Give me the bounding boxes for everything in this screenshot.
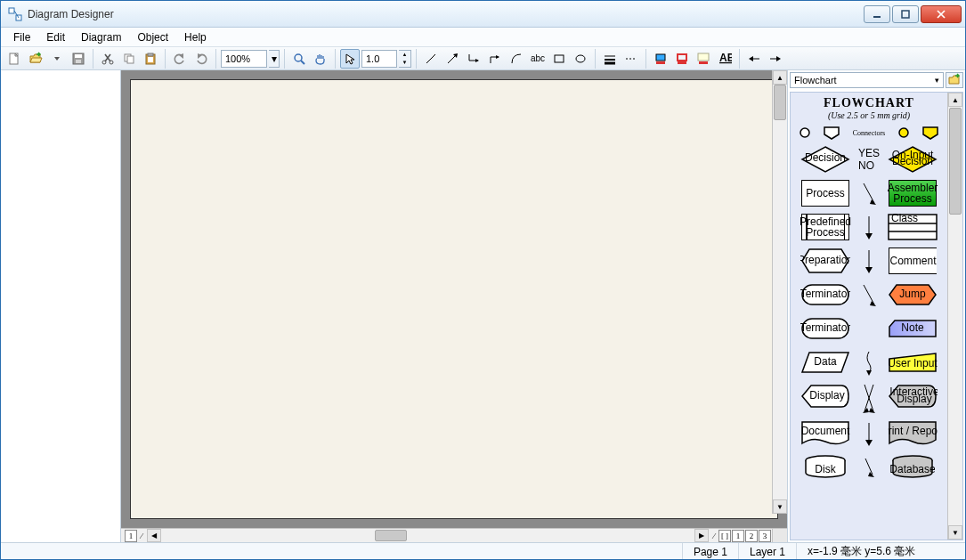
page-tab-back[interactable]: ⁄ (710, 530, 718, 542)
horizontal-scrollbar[interactable]: ◀▶ (147, 529, 709, 542)
redo-button[interactable] (191, 49, 211, 69)
zoom-input[interactable]: 100% (221, 50, 267, 68)
shape-jump[interactable]: Jump (886, 280, 939, 309)
shape-document[interactable]: Document (799, 419, 852, 448)
connector-circle-icon[interactable] (799, 126, 811, 139)
shape-database[interactable]: Database (886, 453, 939, 482)
page-tab-2[interactable]: 2 (745, 530, 758, 542)
shape-terminator-2[interactable]: Terminator (799, 314, 852, 343)
arrow-icon[interactable] (856, 280, 882, 309)
page-tab-3[interactable]: 3 (759, 530, 771, 542)
paste-button[interactable] (141, 49, 160, 69)
connector1-tool[interactable] (464, 49, 483, 69)
svg-rect-0 (9, 8, 14, 13)
ellipse-tool[interactable] (571, 49, 590, 69)
shape-disk[interactable]: Disk (799, 453, 852, 482)
svg-rect-42 (678, 54, 686, 61)
connector2-tool[interactable] (485, 49, 505, 69)
connector-circle-yellow-icon[interactable] (897, 126, 910, 139)
menu-diagram[interactable]: Diagram (74, 29, 128, 45)
page-tab-1[interactable]: 1 (732, 530, 744, 542)
maximize-button[interactable] (892, 5, 919, 23)
arrow-icon[interactable] (856, 247, 882, 275)
palette-selector[interactable]: Flowchart (790, 72, 944, 88)
close-button[interactable] (921, 5, 962, 23)
arrow-icon[interactable] (856, 419, 882, 448)
curve-tool[interactable] (507, 49, 526, 69)
status-page: Page 1 (682, 543, 738, 560)
svg-marker-55 (923, 127, 938, 139)
pan-tool[interactable] (311, 49, 330, 69)
text-color-button[interactable] (694, 49, 713, 69)
arrow-icon[interactable] (856, 213, 882, 241)
shape-user-input[interactable]: User Input (886, 348, 939, 377)
connector-offpage-yellow-icon[interactable] (921, 126, 939, 140)
arrow-tool[interactable] (442, 49, 462, 69)
shape-terminator[interactable]: Terminator (799, 280, 852, 309)
open-button[interactable] (26, 49, 45, 69)
open-dropdown[interactable] (47, 49, 67, 69)
shape-display[interactable]: Display (799, 382, 852, 410)
toolbar-separator (416, 49, 417, 69)
undo-button[interactable] (170, 49, 190, 69)
rect-tool[interactable] (549, 49, 569, 69)
statusbar: Page 1 Layer 1 x=-1.9 毫米 y=5.6 毫米 (1, 542, 965, 560)
shape-decision[interactable]: Decision (799, 145, 852, 174)
scale-input[interactable]: 1.0 (361, 50, 397, 68)
select-tool[interactable] (340, 49, 360, 69)
menu-file[interactable]: File (6, 29, 37, 45)
page-tab-bracket[interactable]: [ ] (718, 530, 731, 542)
palette-open-button[interactable] (946, 72, 963, 88)
font-button[interactable]: AB (715, 49, 735, 69)
shape-predefined-process[interactable]: Predefined Process (799, 213, 852, 241)
canvas[interactable] (130, 79, 778, 519)
zoom-dropdown[interactable]: ▾ (269, 50, 280, 68)
fill-color-button[interactable] (651, 49, 670, 69)
line-style-button[interactable] (621, 49, 641, 69)
copy-button[interactable] (119, 49, 139, 69)
shape-assembler-process[interactable]: Assembler Process (886, 179, 939, 207)
shape-preparation[interactable]: Preparation (799, 247, 852, 275)
line-color-button[interactable] (672, 49, 692, 69)
line-tool[interactable] (421, 49, 441, 69)
page-tabs-left: 1 ⁄ (121, 529, 145, 542)
scale-spinner[interactable]: ▲▼ (399, 50, 411, 68)
menu-object[interactable]: Object (130, 29, 175, 45)
arrow-start-button[interactable] (744, 49, 764, 69)
svg-rect-40 (656, 54, 665, 61)
menubar: File Edit Diagram Object Help (1, 28, 965, 47)
svg-marker-72 (865, 267, 873, 273)
line-width-button[interactable] (600, 49, 620, 69)
new-button[interactable] (4, 49, 24, 69)
shape-data[interactable]: Data (799, 348, 852, 377)
shape-note[interactable]: Note (886, 314, 939, 343)
shape-interactive-display[interactable]: InteractiveDisplay (886, 382, 939, 410)
svg-marker-102 (868, 472, 874, 477)
palette-scrollbar[interactable]: ▲ ▼ (947, 93, 962, 540)
page-tab-current[interactable]: 1 (125, 530, 137, 542)
arrow-icon[interactable] (856, 179, 882, 207)
shape-class[interactable]: Class (886, 213, 939, 241)
shape-comment[interactable]: Comment (886, 247, 939, 275)
arrow-icon[interactable] (856, 453, 882, 482)
arrow-icon[interactable] (856, 348, 882, 377)
save-button[interactable] (69, 49, 88, 69)
shape-on-input-decision[interactable]: On-InputDecision (886, 145, 939, 174)
text-tool[interactable]: abc (528, 49, 548, 69)
arrow-end-button[interactable] (766, 49, 785, 69)
toolbar: 100% ▾ 1.0 ▲▼ abc AB (1, 47, 965, 70)
connector-offpage-icon[interactable] (823, 126, 840, 140)
vertical-scrollbar[interactable]: ▲ ▼ (772, 70, 787, 514)
arrow-icon[interactable] (856, 382, 882, 414)
menu-help[interactable]: Help (177, 29, 214, 45)
shape-process[interactable]: Process (799, 179, 852, 207)
left-panel[interactable] (1, 70, 121, 542)
svg-marker-28 (346, 54, 354, 64)
cut-button[interactable] (98, 49, 118, 69)
zoom-tool[interactable] (289, 49, 309, 69)
page-tab-nav[interactable]: ⁄ (138, 530, 145, 542)
minimize-button[interactable] (864, 5, 890, 23)
shape-print-report[interactable]: Print / Report (886, 419, 939, 448)
svg-line-75 (864, 285, 874, 304)
menu-edit[interactable]: Edit (39, 29, 72, 45)
